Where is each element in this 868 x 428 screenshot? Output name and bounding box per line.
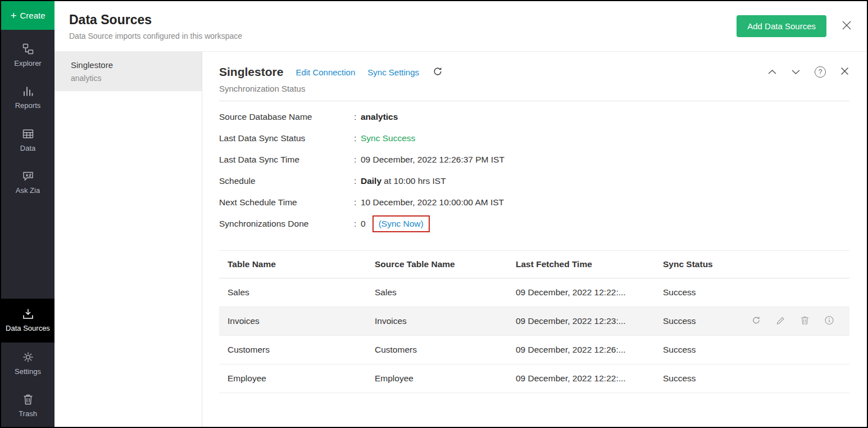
sidebar-item-ask-zia[interactable]: Ask Zia [1,161,54,204]
cell-sync-status: Success [655,336,849,364]
cell-last-fetched-time: 09 December, 2022 12:22:... [507,278,655,307]
sync-settings-link[interactable]: Sync Settings [367,67,419,77]
gear-icon [22,351,34,363]
sync-status-fields: Source Database Name : analytics Last Da… [219,106,849,235]
source-list-item-singlestore[interactable]: Singlestore analytics [54,52,202,91]
source-detail-panel: Singlestore Edit Connection Sync Setting… [202,52,867,427]
column-header-last-fetched-time: Last Fetched Time [507,251,655,278]
table-row[interactable]: Sales Sales 09 December, 2022 12:22:... … [219,278,849,307]
source-database: analytics [71,74,193,83]
sidebar-item-explorer[interactable]: Explorer [1,34,54,76]
previous-source-button[interactable] [767,68,777,76]
sidebar-item-label: Ask Zia [16,186,40,195]
field-label: Schedule [219,176,354,186]
pencil-icon [776,316,785,326]
field-label: Synchronizations Done [219,219,354,229]
info-icon [825,316,834,327]
row-delete-button[interactable] [801,316,809,327]
field-synchronizations-done: Synchronizations Done : 0 (Sync Now) [219,213,849,235]
next-source-button[interactable] [791,68,801,76]
cell-sync-status: Success [655,307,849,336]
cell-sync-status-text: Success [663,316,696,326]
data-sources-icon [22,308,34,320]
field-colon: : [354,176,361,186]
source-list-panel: Singlestore analytics [54,52,202,427]
page-header: Data Sources Data Source imports configu… [54,1,867,52]
help-button[interactable]: ? [815,66,826,78]
sidebar-item-label: Trash [19,409,37,418]
sync-icon [752,316,761,327]
cell-table-name: Invoices [219,307,366,336]
sidebar-item-data-sources[interactable]: Data Sources [1,299,54,342]
source-name: Singlestore [71,60,193,70]
edit-connection-link[interactable]: Edit Connection [296,67,355,77]
field-source-database-name: Source Database Name : analytics [219,106,849,128]
sidebar-item-label: Settings [15,367,41,376]
row-edit-button[interactable] [776,316,785,326]
sidebar-item-reports[interactable]: Reports [1,76,54,119]
table-header-row: Table Name Source Table Name Last Fetche… [219,251,849,278]
page-title: Data Sources [69,12,242,28]
table-row[interactable]: Invoices Invoices 09 December, 2022 12:2… [219,307,849,336]
field-value: Daily at 10:00 hrs IST [361,176,446,186]
sidebar-item-label: Reports [15,101,41,110]
ask-zia-icon [22,170,34,182]
cell-last-fetched-time: 09 December, 2022 12:22:... [507,364,655,393]
section-label: Synchronization Status [219,84,849,93]
content-area: Singlestore analytics Singlestore Edit C… [54,52,867,427]
table-row[interactable]: Customers Customers 09 December, 2022 12… [219,336,849,364]
app-window: + Create Explorer [0,0,868,428]
row-info-button[interactable] [825,316,834,327]
row-actions [752,316,834,327]
table-row[interactable]: Employee Employee 09 December, 2022 12:2… [219,364,849,393]
detail-close-button[interactable] [840,66,849,78]
refresh-icon [433,66,443,78]
trash-icon [22,393,34,406]
refresh-button[interactable] [433,66,443,78]
sidebar-spacer [1,204,54,299]
data-table-icon [22,128,34,140]
sidebar-item-label: Data [20,144,35,153]
field-label: Last Data Sync Status [219,133,354,143]
detail-header-icons: ? [767,66,849,78]
field-next-schedule-time: Next Schedule Time : 10 December, 2022 1… [219,192,849,213]
plus-icon: + [10,10,16,21]
trash-icon [801,316,809,327]
field-schedule: Schedule : Daily at 10:00 hrs IST [219,170,849,192]
sync-now-highlight: (Sync Now) [372,215,430,232]
cell-source-table-name: Sales [366,278,507,307]
sidebar-item-data[interactable]: Data [1,119,54,161]
page-close-button[interactable] [841,20,852,33]
schedule-time: at 10:00 hrs IST [381,176,446,186]
detail-title: Singlestore [219,65,283,79]
field-label: Source Database Name [219,112,354,122]
row-sync-button[interactable] [752,316,761,327]
cell-table-name: Sales [219,278,366,307]
add-data-sources-button[interactable]: Add Data Sources [737,15,826,37]
field-label: Last Data Sync Time [219,155,354,165]
cell-sync-status: Success [655,364,849,393]
sidebar-item-settings[interactable]: Settings [1,343,54,385]
cell-source-table-name: Invoices [366,307,507,336]
create-button[interactable]: + Create [1,1,54,30]
sidebar-nav: Explorer Reports Data [1,30,54,427]
cell-sync-status: Success [655,278,849,307]
field-value: 10 December, 2022 10:00:00 AM IST [361,197,504,208]
page-subtitle: Data Source imports configured in this w… [69,31,242,40]
sync-now-link[interactable]: (Sync Now) [379,219,424,229]
field-value: 09 December, 2022 12:26:37 PM IST [361,155,505,165]
chevron-up-icon [767,68,777,76]
field-colon: : [354,133,361,143]
sidebar-item-label: Explorer [14,59,41,68]
sidebar-item-label: Data Sources [6,324,50,333]
sidebar-item-trash[interactable]: Trash [1,385,54,427]
field-last-sync-status: Last Data Sync Status : Sync Success [219,128,849,149]
field-colon: : [354,197,361,208]
field-colon: : [354,155,361,165]
field-label: Next Schedule Time [219,197,354,208]
cell-table-name: Employee [219,364,366,393]
sidebar: + Create Explorer [1,1,54,427]
field-last-sync-time: Last Data Sync Time : 09 December, 2022 … [219,149,849,170]
main-column: Data Sources Data Source imports configu… [54,1,867,427]
reports-icon [22,85,34,97]
